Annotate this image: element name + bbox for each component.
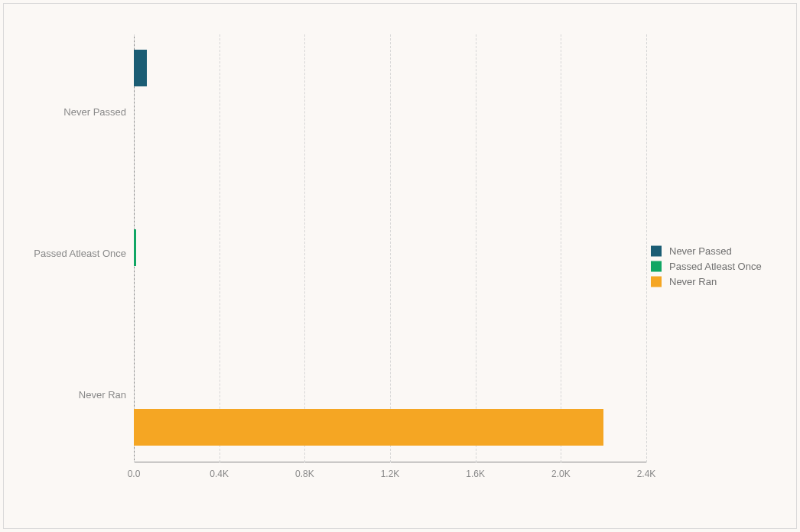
bar-never-ran[interactable] — [134, 409, 603, 446]
bar-row-never-ran — [134, 319, 646, 461]
bar-row-passed-atleast-once — [134, 177, 646, 319]
legend-swatch-icon — [651, 276, 662, 287]
x-tick-3: 1.2K — [375, 469, 405, 479]
grid-line — [646, 34, 647, 462]
legend-item-never-ran[interactable]: Never Ran — [651, 276, 781, 287]
legend-item-never-passed[interactable]: Never Passed — [651, 245, 781, 257]
chart-card: Never Passed Passed Atleast Once Never R… — [3, 3, 797, 529]
bar-passed-atleast-once[interactable] — [134, 229, 136, 266]
x-tick-5: 2.0K — [545, 469, 576, 479]
legend-item-passed-atleast-once[interactable]: Passed Atleast Once — [651, 261, 781, 272]
y-label-never-passed: Never Passed — [11, 107, 126, 118]
x-tick-2: 0.8K — [289, 469, 320, 479]
legend-label: Never Ran — [669, 276, 717, 287]
plot-area — [134, 34, 646, 462]
legend-label: Never Passed — [669, 245, 732, 257]
y-label-passed-atleast-once: Passed Atleast Once — [11, 248, 126, 259]
legend-swatch-icon — [651, 261, 662, 271]
y-label-never-ran: Never Ran — [11, 390, 126, 401]
legend-label: Passed Atleast Once — [669, 261, 762, 272]
x-tick-0: 0.0 — [119, 469, 149, 479]
x-tick-6: 2.4K — [631, 469, 662, 479]
x-tick-1: 0.4K — [204, 469, 235, 479]
bar-row-never-passed — [134, 34, 646, 177]
legend: Never Passed Passed Atleast Once Never R… — [651, 242, 781, 291]
legend-swatch-icon — [651, 245, 662, 256]
bar-never-passed[interactable] — [134, 50, 147, 86]
x-tick-4: 1.6K — [460, 469, 491, 479]
